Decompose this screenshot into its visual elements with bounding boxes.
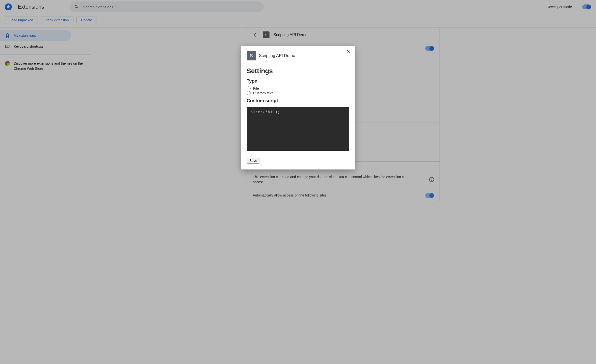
settings-modal: S Scripting API Demo Settings Type File … [241, 46, 355, 169]
custom-script-heading: Custom script [247, 98, 349, 103]
custom-script-textarea[interactable] [247, 107, 349, 151]
radio-custom-row[interactable]: Custom text [247, 91, 349, 95]
modal-overlay: S Scripting API Demo Settings Type File … [0, 0, 596, 202]
radio-file-input[interactable] [247, 86, 251, 90]
radio-file-label: File [253, 86, 259, 90]
type-heading: Type [247, 78, 349, 84]
close-icon [346, 49, 351, 55]
close-button[interactable] [346, 49, 351, 55]
radio-file-row[interactable]: File [247, 86, 349, 90]
settings-heading: Settings [247, 67, 349, 75]
radio-custom-input[interactable] [247, 91, 251, 95]
radio-custom-label: Custom text [253, 91, 273, 95]
modal-extension-title: Scripting API Demo [259, 53, 295, 58]
modal-extension-avatar: S [247, 51, 256, 60]
save-button[interactable]: Save [247, 158, 260, 164]
